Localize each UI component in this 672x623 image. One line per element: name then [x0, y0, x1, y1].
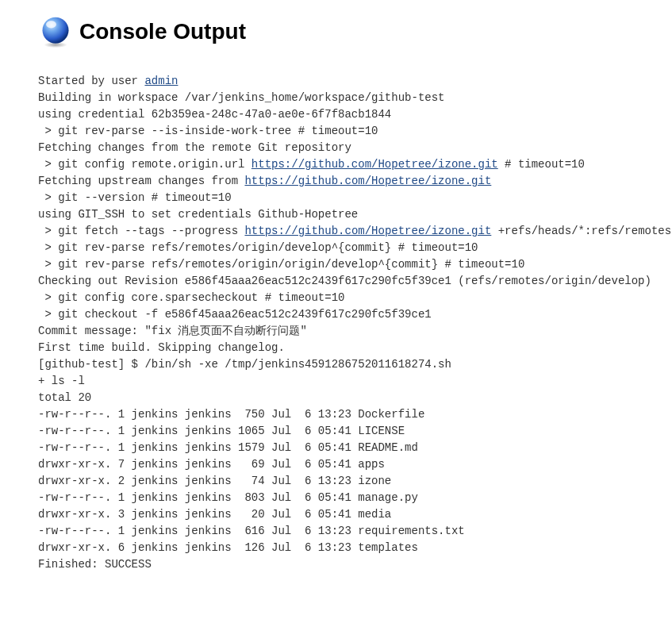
console-line: drwxr-xr-x. 6 jenkins jenkins 126 Jul 6 … [38, 540, 672, 556]
console-text: [github-test] $ /bin/sh -xe /tmp/jenkins… [38, 358, 451, 371]
console-line: > git config remote.origin.url https://g… [38, 156, 672, 173]
console-text: First time build. Skipping changelog. [38, 341, 285, 354]
console-line: drwxr-xr-x. 3 jenkins jenkins 20 Jul 6 0… [38, 506, 672, 523]
console-output: Started by user adminBuilding in workspa… [0, 49, 672, 573]
console-line: Checking out Revision e586f45aaa26eac512… [38, 273, 672, 290]
console-text: -rw-r--r--. 1 jenkins jenkins 750 Jul 6 … [38, 408, 424, 421]
console-text: drwxr-xr-x. 2 jenkins jenkins 74 Jul 6 1… [38, 475, 391, 487]
console-line: drwxr-xr-x. 2 jenkins jenkins 74 Jul 6 1… [38, 473, 672, 490]
console-line: using credential 62b359ea-248c-47a0-ae0e… [38, 106, 672, 123]
console-text: +refs/heads/*:refs/remotes/ori [491, 225, 672, 237]
console-text: using credential 62b359ea-248c-47a0-ae0e… [38, 108, 391, 121]
console-link[interactable]: admin [144, 75, 178, 87]
console-text: > git config remote.origin.url [38, 158, 252, 171]
console-text: -rw-r--r--. 1 jenkins jenkins 616 Jul 6 … [38, 525, 465, 537]
console-link[interactable]: https://github.com/Hopetree/izone.git [252, 158, 498, 171]
console-line: > git rev-parse refs/remotes/origin/deve… [38, 240, 672, 256]
console-line: [github-test] $ /bin/sh -xe /tmp/jenkins… [38, 356, 672, 373]
console-link[interactable]: https://github.com/Hopetree/izone.git [244, 225, 491, 237]
console-text: > git rev-parse refs/remotes/origin/orig… [38, 258, 524, 271]
console-text: drwxr-xr-x. 7 jenkins jenkins 69 Jul 6 0… [38, 458, 385, 471]
console-text: Finished: SUCCESS [38, 558, 152, 571]
console-text: -rw-r--r--. 1 jenkins jenkins 803 Jul 6 … [38, 491, 418, 504]
console-text: > git checkout -f e586f45aaa26eac512c243… [38, 308, 432, 321]
svg-point-2 [46, 21, 56, 28]
console-line: First time build. Skipping changelog. [38, 340, 672, 356]
console-line: -rw-r--r--. 1 jenkins jenkins 750 Jul 6 … [38, 406, 672, 423]
console-line: Fetching changes from the remote Git rep… [38, 140, 672, 156]
console-text: total 20 [38, 391, 91, 404]
console-line: > git config core.sparsecheckout # timeo… [38, 290, 672, 306]
console-text: Checking out Revision e586f45aaa26eac512… [38, 275, 651, 287]
console-line: Finished: SUCCESS [38, 556, 672, 573]
console-text: > git fetch --tags --progress [38, 225, 244, 237]
console-text: -rw-r--r--. 1 jenkins jenkins 1579 Jul 6… [38, 441, 418, 454]
console-text: # timeout=10 [498, 158, 585, 171]
console-line: -rw-r--r--. 1 jenkins jenkins 803 Jul 6 … [38, 490, 672, 506]
console-line: > git rev-parse --is-inside-work-tree # … [38, 123, 672, 140]
console-text: Building in workspace /var/jenkins_home/… [38, 91, 444, 104]
console-line: > git rev-parse refs/remotes/origin/orig… [38, 256, 672, 273]
console-line: > git --version # timeout=10 [38, 190, 672, 206]
console-line: + ls -l [38, 373, 672, 390]
console-text: > git --version # timeout=10 [38, 191, 232, 204]
console-line: -rw-r--r--. 1 jenkins jenkins 1065 Jul 6… [38, 423, 672, 440]
console-line: > git fetch --tags --progress https://gi… [38, 223, 672, 240]
console-text: > git config core.sparsecheckout # timeo… [38, 291, 344, 304]
page-header: Console Output [0, 0, 672, 49]
page-title: Console Output [79, 19, 246, 44]
console-text: Fetching changes from the remote Git rep… [38, 141, 351, 154]
console-line: Commit message: "fix 消息页面不自动断行问题" [38, 323, 672, 340]
console-line: total 20 [38, 390, 672, 406]
console-line: Started by user admin [38, 73, 672, 90]
console-line: using GIT_SSH to set credentials Github-… [38, 206, 672, 223]
console-text: -rw-r--r--. 1 jenkins jenkins 1065 Jul 6… [38, 425, 405, 437]
console-line: -rw-r--r--. 1 jenkins jenkins 1579 Jul 6… [38, 440, 672, 456]
console-text: drwxr-xr-x. 3 jenkins jenkins 20 Jul 6 0… [38, 508, 391, 521]
console-text: + ls -l [38, 375, 85, 387]
console-text: using GIT_SSH to set credentials Github-… [38, 208, 358, 221]
console-line: -rw-r--r--. 1 jenkins jenkins 616 Jul 6 … [38, 523, 672, 540]
svg-point-1 [43, 17, 69, 44]
console-line: drwxr-xr-x. 7 jenkins jenkins 69 Jul 6 0… [38, 456, 672, 473]
console-text: Started by user [38, 75, 144, 87]
console-text: drwxr-xr-x. 6 jenkins jenkins 126 Jul 6 … [38, 541, 418, 554]
console-line: Fetching upstream changes from https://g… [38, 173, 672, 190]
console-text: Fetching upstream changes from [38, 175, 244, 187]
console-line: > git checkout -f e586f45aaa26eac512c243… [38, 306, 672, 323]
console-text: Commit message: "fix 消息页面不自动断行问题" [38, 325, 307, 337]
build-orb-icon [38, 14, 73, 49]
console-text: > git rev-parse --is-inside-work-tree # … [38, 125, 378, 137]
console-text: > git rev-parse refs/remotes/origin/deve… [38, 241, 478, 254]
console-link[interactable]: https://github.com/Hopetree/izone.git [244, 175, 491, 187]
console-line: Building in workspace /var/jenkins_home/… [38, 90, 672, 106]
